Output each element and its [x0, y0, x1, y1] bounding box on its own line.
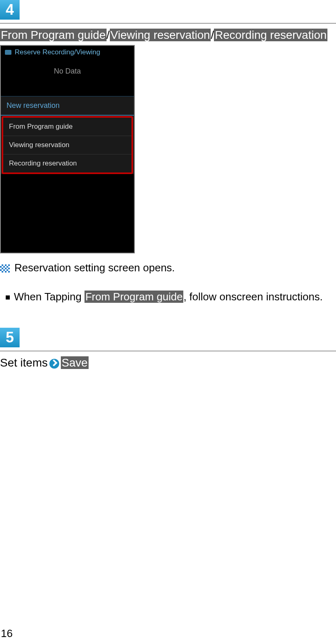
breadcrumb-option-3: Recording reservation: [214, 29, 327, 41]
step5-prefix: Set items: [0, 356, 48, 369]
illustration-nodata: No Data: [1, 67, 134, 76]
breadcrumb-option-2: Viewing reservation: [110, 29, 211, 41]
bullet-icon: [6, 295, 10, 300]
save-label: Save: [61, 356, 89, 369]
illustration-item-1: From Program guide: [3, 118, 131, 136]
tv-icon: [5, 50, 11, 55]
breadcrumb-option-1: From Program guide: [0, 29, 107, 41]
divider: [0, 351, 336, 351]
result-text: Reservation setting screen opens.: [11, 262, 175, 274]
illustration-item-2: Viewing reservation: [3, 136, 131, 154]
illustration-item-3: Recording reservation: [3, 154, 131, 172]
breadcrumb-sep-2: /: [211, 29, 214, 41]
breadcrumb: From Program guide/Viewing reservation/R…: [0, 29, 336, 42]
bullet-prefix: When Tapping: [14, 291, 85, 303]
illustration-header-text: Reserve Recording/Viewing: [15, 48, 100, 56]
arrow-right-icon: [49, 359, 59, 369]
illustration-overlay: New reservation From Program guide Viewi…: [1, 96, 134, 174]
breadcrumb-sep-1: /: [107, 29, 110, 41]
step-4-number: 4: [0, 0, 20, 20]
illustration-phone: Reserve Recording/Viewing No Data New re…: [0, 45, 135, 253]
page-number: 16: [1, 627, 13, 640]
illustration-header: Reserve Recording/Viewing: [1, 46, 134, 59]
checkered-flag-icon: [0, 264, 10, 273]
step-5-number: 5: [0, 328, 20, 347]
bullet-note: When Tapping From Program guide, follow …: [0, 291, 336, 303]
bullet-ui-label: From Program guide: [85, 291, 183, 303]
divider: [0, 23, 336, 24]
illustration-highlight-box: From Program guide Viewing reservation R…: [2, 116, 133, 174]
result-line: Reservation setting screen opens.: [0, 262, 336, 274]
illustration-overlay-title: New reservation: [1, 96, 134, 116]
bullet-suffix: , follow onscreen instructions.: [183, 291, 323, 303]
step5-instruction: Set itemsSave: [0, 356, 336, 369]
